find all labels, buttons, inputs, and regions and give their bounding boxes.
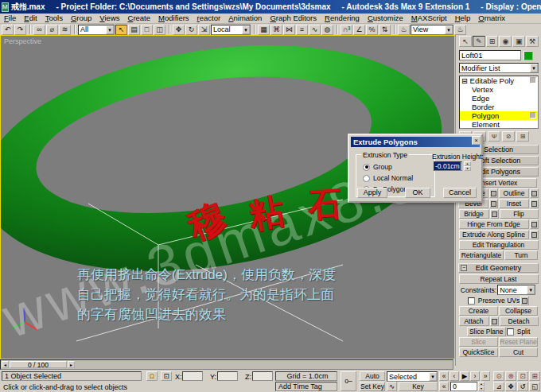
maximize-viewport-icon[interactable]: ◱ — [529, 382, 540, 391]
time-slider-handle[interactable]: 0 / 100 — [10, 361, 67, 368]
window-crossing-icon[interactable]: ◫ — [154, 25, 165, 35]
chevron-down-icon[interactable]: ▼ — [242, 25, 250, 34]
radio-group-row[interactable]: Group — [363, 163, 392, 171]
align-icon[interactable]: ≡ — [296, 25, 308, 35]
cut-button[interactable]: Cut — [499, 347, 538, 357]
menu-reactor[interactable]: reactor — [193, 14, 225, 23]
key-mode-toggle-icon[interactable]: « — [439, 382, 449, 391]
tab-utilities-icon[interactable]: ⚒ — [526, 36, 539, 47]
material-editor-icon[interactable]: ◍ — [321, 25, 333, 35]
tab-display-icon[interactable]: ▣ — [512, 36, 525, 47]
menu-file[interactable]: File — [0, 14, 20, 23]
tab-hierarchy-icon[interactable]: ⊞ — [486, 36, 499, 47]
split-checkbox[interactable] — [507, 328, 514, 336]
extrude-along-spline-button[interactable]: Extrude Along Spline — [459, 230, 529, 239]
play-icon[interactable]: ▶ — [460, 371, 469, 381]
frame-spinner[interactable]: ▴ ▾ — [478, 382, 485, 391]
apply-button[interactable]: Apply — [357, 188, 387, 198]
attach-button[interactable]: Attach — [459, 316, 489, 326]
key-mode-dropdown[interactable]: Selected ▼ — [387, 371, 438, 382]
bevel-settings-box[interactable] — [489, 199, 498, 208]
unlink-selection-icon[interactable]: ⌀ — [46, 25, 58, 35]
stack-onoff-box[interactable] — [530, 112, 536, 118]
stack-polygon[interactable]: Polygon — [460, 111, 538, 120]
chevron-down-icon[interactable]: ▼ — [106, 25, 114, 34]
select-object-icon[interactable]: ↖ — [115, 25, 127, 35]
stack-element[interactable]: Element — [460, 120, 538, 129]
hinge-settings-box[interactable] — [530, 219, 539, 229]
select-by-name-icon[interactable]: ▤ — [128, 25, 140, 35]
stack-editable-poly[interactable]: ⊟ Editable Poly — [460, 76, 538, 85]
dialog-title-bar[interactable]: Extrude Polygons — [351, 137, 480, 147]
menu-group[interactable]: Group — [67, 14, 95, 23]
tab-motion-icon[interactable]: ◉ — [499, 36, 512, 47]
undo-icon[interactable]: ↶ — [2, 25, 14, 35]
repeat-last-button[interactable]: Repeat Last — [459, 274, 539, 284]
stack-edge[interactable]: Edge — [460, 94, 538, 103]
dialog-close-icon[interactable]: × — [472, 136, 481, 145]
menu-views[interactable]: Views — [95, 14, 123, 23]
menu-graph-editors[interactable]: Graph Editors — [266, 14, 321, 23]
tree-collapse-icon[interactable]: ⊟ — [461, 76, 468, 85]
set-key-button[interactable]: Set Key — [360, 382, 385, 391]
time-slider[interactable]: ◂ 0 / 100 ▸ — [0, 359, 453, 370]
menu-ornatrix[interactable]: Ornatrix — [474, 14, 509, 23]
use-pivot-center-icon[interactable]: ▦ — [258, 25, 270, 35]
reference-coordinate-dropdown[interactable]: Local ▼ — [211, 25, 251, 35]
menu-edit[interactable]: Edit — [20, 14, 41, 23]
hinge-from-edge-button[interactable]: Hinge From Edge — [459, 219, 529, 229]
go-to-end-icon[interactable]: » — [481, 371, 490, 381]
extrude-settings-box[interactable] — [489, 188, 498, 198]
cancel-button[interactable]: Cancel — [443, 188, 477, 198]
ok-button[interactable]: OK — [405, 188, 430, 198]
menu-modifiers[interactable]: Modifiers — [154, 14, 193, 23]
redo-icon[interactable]: ↷ — [14, 25, 26, 35]
selection-filter-dropdown[interactable]: All ▼ — [78, 25, 115, 35]
render-setup-icon[interactable]: ♨ — [398, 25, 410, 35]
stack-onoff-box[interactable] — [530, 77, 536, 83]
turn-button[interactable]: Turn — [504, 250, 538, 260]
menu-customize[interactable]: Customize — [364, 14, 407, 23]
x-coordinate-field[interactable] — [182, 371, 203, 381]
stack-vertex[interactable]: Vertex — [460, 85, 538, 94]
slider-left-icon[interactable]: ◂ — [2, 361, 9, 368]
zoom-icon[interactable]: ⊙ — [493, 371, 504, 381]
extrusion-height-field[interactable]: -0.01cm — [434, 161, 462, 171]
radio-group-icon[interactable] — [363, 164, 370, 171]
auto-key-button[interactable]: Auto Key — [360, 371, 385, 381]
select-link-icon[interactable]: ∞ — [33, 25, 45, 35]
object-color-swatch[interactable] — [523, 51, 533, 60]
set-keys-icon[interactable]: o– — [341, 371, 356, 391]
current-frame-field[interactable]: 0 — [450, 382, 477, 391]
flip-button[interactable]: Flip — [500, 209, 539, 219]
y-coordinate-field[interactable] — [217, 371, 238, 381]
bind-spacewarp-icon[interactable]: ≋ — [59, 25, 71, 35]
arc-rotate-icon[interactable]: ↺ — [517, 382, 528, 391]
snap-toggle-3d-icon[interactable]: ∩³ — [341, 25, 352, 35]
make-unique-icon[interactable]: Ψ — [488, 131, 500, 142]
select-manipulate-icon[interactable]: ⌘ — [270, 25, 282, 35]
object-name-field[interactable]: Loft01 — [459, 50, 521, 60]
menu-animation[interactable]: Animation — [224, 14, 266, 23]
chevron-down-icon[interactable]: ▼ — [530, 64, 538, 72]
zoom-extents-all-icon[interactable]: ⊞ — [529, 371, 540, 381]
stack-border[interactable]: Border — [460, 103, 538, 111]
render-preset-dropdown[interactable]: View ▼ — [411, 25, 453, 35]
chevron-down-icon[interactable]: ▼ — [429, 372, 437, 381]
outline-button[interactable]: Outline — [499, 188, 529, 198]
preserve-uvs-checkbox[interactable] — [468, 297, 475, 305]
radio-local-normal-icon[interactable] — [363, 175, 370, 182]
edit-triangulation-button[interactable]: Edit Triangulation — [459, 240, 539, 250]
retriangulate-button[interactable]: Retriangulate — [459, 250, 504, 260]
select-scale-icon[interactable]: ⇲ — [198, 25, 210, 35]
chevron-down-icon[interactable]: ▼ — [527, 285, 535, 294]
menu-help[interactable]: Help — [451, 14, 475, 23]
add-time-tag[interactable]: Add Time Tag — [275, 382, 337, 391]
key-curve-icon[interactable]: ∿ — [387, 382, 397, 391]
select-rotate-icon[interactable]: ↻ — [185, 25, 197, 35]
create-button[interactable]: Create — [459, 306, 498, 316]
preserve-uvs-settings-box[interactable] — [520, 296, 529, 305]
zoom-extents-icon[interactable]: ⊡ — [517, 371, 528, 381]
select-move-icon[interactable]: ✥ — [173, 25, 185, 35]
lock-selection-icon[interactable]: Ω — [146, 371, 158, 381]
